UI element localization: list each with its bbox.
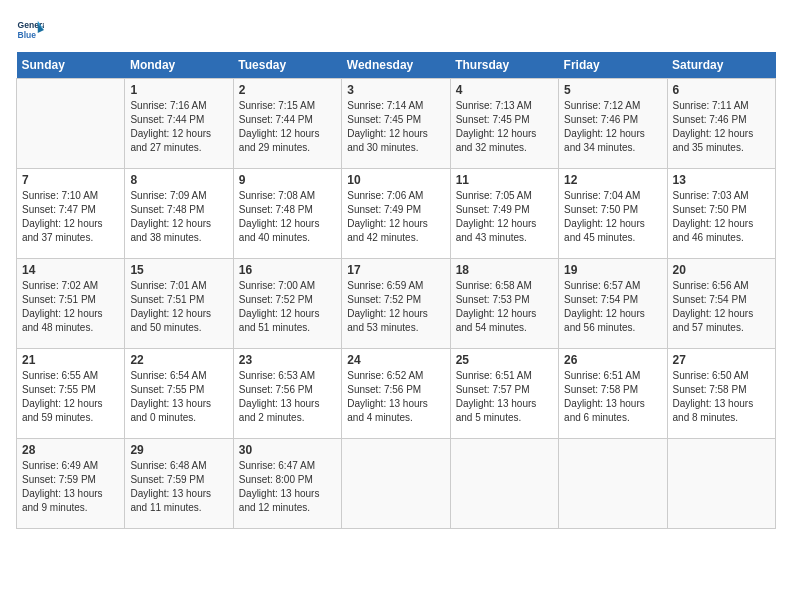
calendar-cell: 6Sunrise: 7:11 AM Sunset: 7:46 PM Daylig…	[667, 79, 775, 169]
calendar-cell: 25Sunrise: 6:51 AM Sunset: 7:57 PM Dayli…	[450, 349, 558, 439]
day-info: Sunrise: 7:15 AM Sunset: 7:44 PM Dayligh…	[239, 99, 336, 155]
calendar-cell: 4Sunrise: 7:13 AM Sunset: 7:45 PM Daylig…	[450, 79, 558, 169]
calendar-cell: 15Sunrise: 7:01 AM Sunset: 7:51 PM Dayli…	[125, 259, 233, 349]
day-info: Sunrise: 6:47 AM Sunset: 8:00 PM Dayligh…	[239, 459, 336, 515]
day-number: 11	[456, 173, 553, 187]
calendar-cell: 20Sunrise: 6:56 AM Sunset: 7:54 PM Dayli…	[667, 259, 775, 349]
weekday-header-cell: Monday	[125, 52, 233, 79]
calendar-table: SundayMondayTuesdayWednesdayThursdayFrid…	[16, 52, 776, 529]
day-number: 22	[130, 353, 227, 367]
day-info: Sunrise: 6:48 AM Sunset: 7:59 PM Dayligh…	[130, 459, 227, 515]
day-number: 9	[239, 173, 336, 187]
day-info: Sunrise: 7:12 AM Sunset: 7:46 PM Dayligh…	[564, 99, 661, 155]
calendar-week-row: 28Sunrise: 6:49 AM Sunset: 7:59 PM Dayli…	[17, 439, 776, 529]
day-info: Sunrise: 7:11 AM Sunset: 7:46 PM Dayligh…	[673, 99, 770, 155]
day-number: 19	[564, 263, 661, 277]
day-info: Sunrise: 6:50 AM Sunset: 7:58 PM Dayligh…	[673, 369, 770, 425]
calendar-week-row: 21Sunrise: 6:55 AM Sunset: 7:55 PM Dayli…	[17, 349, 776, 439]
day-number: 3	[347, 83, 444, 97]
calendar-cell: 1Sunrise: 7:16 AM Sunset: 7:44 PM Daylig…	[125, 79, 233, 169]
day-number: 17	[347, 263, 444, 277]
calendar-cell: 18Sunrise: 6:58 AM Sunset: 7:53 PM Dayli…	[450, 259, 558, 349]
day-number: 20	[673, 263, 770, 277]
day-number: 4	[456, 83, 553, 97]
calendar-cell: 23Sunrise: 6:53 AM Sunset: 7:56 PM Dayli…	[233, 349, 341, 439]
page-header: General Blue	[16, 16, 776, 44]
calendar-cell: 22Sunrise: 6:54 AM Sunset: 7:55 PM Dayli…	[125, 349, 233, 439]
calendar-cell: 28Sunrise: 6:49 AM Sunset: 7:59 PM Dayli…	[17, 439, 125, 529]
day-number: 30	[239, 443, 336, 457]
day-info: Sunrise: 6:51 AM Sunset: 7:57 PM Dayligh…	[456, 369, 553, 425]
day-number: 8	[130, 173, 227, 187]
calendar-week-row: 7Sunrise: 7:10 AM Sunset: 7:47 PM Daylig…	[17, 169, 776, 259]
day-number: 1	[130, 83, 227, 97]
calendar-week-row: 14Sunrise: 7:02 AM Sunset: 7:51 PM Dayli…	[17, 259, 776, 349]
calendar-cell: 26Sunrise: 6:51 AM Sunset: 7:58 PM Dayli…	[559, 349, 667, 439]
day-number: 26	[564, 353, 661, 367]
logo-icon: General Blue	[16, 16, 44, 44]
day-info: Sunrise: 7:04 AM Sunset: 7:50 PM Dayligh…	[564, 189, 661, 245]
day-info: Sunrise: 7:08 AM Sunset: 7:48 PM Dayligh…	[239, 189, 336, 245]
day-number: 16	[239, 263, 336, 277]
calendar-cell: 10Sunrise: 7:06 AM Sunset: 7:49 PM Dayli…	[342, 169, 450, 259]
weekday-header-cell: Friday	[559, 52, 667, 79]
calendar-cell: 16Sunrise: 7:00 AM Sunset: 7:52 PM Dayli…	[233, 259, 341, 349]
day-number: 15	[130, 263, 227, 277]
calendar-cell: 12Sunrise: 7:04 AM Sunset: 7:50 PM Dayli…	[559, 169, 667, 259]
calendar-cell: 24Sunrise: 6:52 AM Sunset: 7:56 PM Dayli…	[342, 349, 450, 439]
day-number: 27	[673, 353, 770, 367]
calendar-cell: 27Sunrise: 6:50 AM Sunset: 7:58 PM Dayli…	[667, 349, 775, 439]
day-info: Sunrise: 6:52 AM Sunset: 7:56 PM Dayligh…	[347, 369, 444, 425]
day-info: Sunrise: 7:13 AM Sunset: 7:45 PM Dayligh…	[456, 99, 553, 155]
weekday-header-cell: Wednesday	[342, 52, 450, 79]
calendar-cell	[667, 439, 775, 529]
day-info: Sunrise: 7:09 AM Sunset: 7:48 PM Dayligh…	[130, 189, 227, 245]
day-info: Sunrise: 6:59 AM Sunset: 7:52 PM Dayligh…	[347, 279, 444, 335]
day-number: 5	[564, 83, 661, 97]
day-info: Sunrise: 6:51 AM Sunset: 7:58 PM Dayligh…	[564, 369, 661, 425]
day-info: Sunrise: 7:05 AM Sunset: 7:49 PM Dayligh…	[456, 189, 553, 245]
calendar-cell: 5Sunrise: 7:12 AM Sunset: 7:46 PM Daylig…	[559, 79, 667, 169]
day-info: Sunrise: 6:54 AM Sunset: 7:55 PM Dayligh…	[130, 369, 227, 425]
day-number: 6	[673, 83, 770, 97]
weekday-header-cell: Saturday	[667, 52, 775, 79]
day-number: 28	[22, 443, 119, 457]
calendar-cell: 7Sunrise: 7:10 AM Sunset: 7:47 PM Daylig…	[17, 169, 125, 259]
day-number: 18	[456, 263, 553, 277]
day-info: Sunrise: 7:03 AM Sunset: 7:50 PM Dayligh…	[673, 189, 770, 245]
day-info: Sunrise: 6:49 AM Sunset: 7:59 PM Dayligh…	[22, 459, 119, 515]
calendar-cell	[17, 79, 125, 169]
calendar-cell: 13Sunrise: 7:03 AM Sunset: 7:50 PM Dayli…	[667, 169, 775, 259]
day-number: 14	[22, 263, 119, 277]
calendar-cell	[450, 439, 558, 529]
weekday-header-cell: Tuesday	[233, 52, 341, 79]
calendar-cell: 11Sunrise: 7:05 AM Sunset: 7:49 PM Dayli…	[450, 169, 558, 259]
logo: General Blue	[16, 16, 44, 44]
calendar-cell: 2Sunrise: 7:15 AM Sunset: 7:44 PM Daylig…	[233, 79, 341, 169]
day-number: 24	[347, 353, 444, 367]
day-info: Sunrise: 7:00 AM Sunset: 7:52 PM Dayligh…	[239, 279, 336, 335]
day-info: Sunrise: 7:14 AM Sunset: 7:45 PM Dayligh…	[347, 99, 444, 155]
calendar-body: 1Sunrise: 7:16 AM Sunset: 7:44 PM Daylig…	[17, 79, 776, 529]
day-number: 13	[673, 173, 770, 187]
day-number: 21	[22, 353, 119, 367]
day-number: 7	[22, 173, 119, 187]
day-number: 23	[239, 353, 336, 367]
day-number: 10	[347, 173, 444, 187]
calendar-cell	[559, 439, 667, 529]
calendar-cell: 19Sunrise: 6:57 AM Sunset: 7:54 PM Dayli…	[559, 259, 667, 349]
day-info: Sunrise: 7:10 AM Sunset: 7:47 PM Dayligh…	[22, 189, 119, 245]
weekday-header-row: SundayMondayTuesdayWednesdayThursdayFrid…	[17, 52, 776, 79]
calendar-cell: 8Sunrise: 7:09 AM Sunset: 7:48 PM Daylig…	[125, 169, 233, 259]
weekday-header-cell: Sunday	[17, 52, 125, 79]
calendar-cell: 29Sunrise: 6:48 AM Sunset: 7:59 PM Dayli…	[125, 439, 233, 529]
day-number: 2	[239, 83, 336, 97]
day-info: Sunrise: 7:02 AM Sunset: 7:51 PM Dayligh…	[22, 279, 119, 335]
day-info: Sunrise: 6:56 AM Sunset: 7:54 PM Dayligh…	[673, 279, 770, 335]
day-number: 29	[130, 443, 227, 457]
calendar-week-row: 1Sunrise: 7:16 AM Sunset: 7:44 PM Daylig…	[17, 79, 776, 169]
calendar-cell: 9Sunrise: 7:08 AM Sunset: 7:48 PM Daylig…	[233, 169, 341, 259]
svg-text:Blue: Blue	[18, 30, 37, 40]
day-info: Sunrise: 7:06 AM Sunset: 7:49 PM Dayligh…	[347, 189, 444, 245]
weekday-header-cell: Thursday	[450, 52, 558, 79]
